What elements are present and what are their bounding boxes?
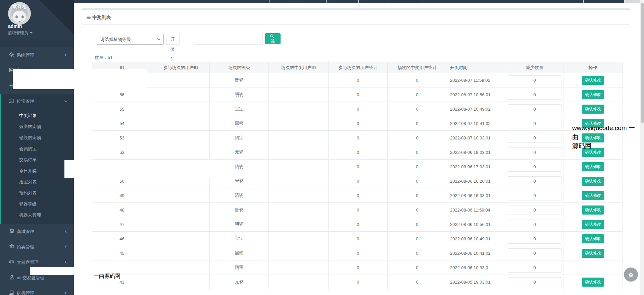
page-scrollbar[interactable] bbox=[640, 0, 644, 295]
confirm-edit-button[interactable]: 确认修改 bbox=[582, 162, 604, 171]
cell-draw-time: 2022-08-07 11:59:05 bbox=[447, 73, 506, 87]
confirm-edit-button[interactable]: 确认修改 bbox=[582, 191, 604, 200]
confirm-edit-button[interactable]: 确认修改 bbox=[582, 278, 604, 287]
cell-level: 元瓷 bbox=[210, 145, 269, 160]
sidebar-item-mall[interactable]: 商城管理 bbox=[0, 224, 74, 239]
confirm-edit-button[interactable]: 确认修改 bbox=[582, 90, 604, 99]
sidebar-subitem[interactable]: 会员的宝 bbox=[1, 143, 74, 154]
chevron-left-icon bbox=[64, 260, 68, 264]
plant-level-select[interactable]: 请选择植物等级 bbox=[97, 34, 164, 45]
cell-join-count: 0 bbox=[329, 260, 388, 275]
confirm-edit-button[interactable]: 确认修改 bbox=[582, 234, 604, 243]
decrease-qty-input[interactable] bbox=[508, 220, 561, 229]
decrease-qty-input[interactable] bbox=[508, 119, 561, 128]
decrease-qty-input[interactable] bbox=[508, 104, 561, 114]
sidebar-subitem[interactable]: 交易订单 bbox=[1, 154, 74, 165]
sidebar-expanded-section: 抢宝管理中奖记录裂变的宠物销毁的宠物会员的宝交易订单今日开奖抢宝列表预约列表瓷器… bbox=[0, 94, 74, 224]
sidebar-subitem[interactable]: 中奖记录 bbox=[1, 110, 74, 121]
confirm-edit-button[interactable]: 确认修改 bbox=[582, 105, 604, 114]
sidebar-subitem[interactable]: 销毁的宠物 bbox=[1, 132, 74, 143]
cell-draw-time: 2022-08-07 10:33:01 bbox=[447, 131, 506, 145]
cell-join-count: 0 bbox=[329, 188, 388, 203]
confirm-edit-button[interactable]: 确认修改 bbox=[582, 249, 604, 258]
user-icon bbox=[9, 275, 14, 280]
sidebar-subitem[interactable]: 裂变的宠物 bbox=[1, 121, 74, 132]
bank-icon bbox=[9, 244, 14, 249]
decrease-qty-input[interactable] bbox=[508, 205, 561, 215]
column-header: 参与场次的用户ID bbox=[152, 62, 210, 73]
decrease-qty-input[interactable] bbox=[508, 263, 561, 273]
sidebar-item-auction[interactable]: 拍卖管理 bbox=[0, 239, 74, 255]
cell-join-count: 0 bbox=[329, 174, 388, 188]
sidebar-subitem[interactable]: 预约列表 bbox=[1, 187, 74, 198]
cell-win-user-id bbox=[269, 217, 329, 232]
cell-id: 49 bbox=[92, 188, 152, 203]
decrease-qty-input[interactable] bbox=[508, 148, 561, 157]
cell-win-count: 0 bbox=[388, 217, 447, 232]
cell-draw-time: 2022-08-06 10:33:0 bbox=[447, 260, 506, 275]
decrease-qty-input[interactable] bbox=[508, 248, 561, 258]
decrease-qty-input[interactable] bbox=[508, 75, 561, 85]
profile-divider-band bbox=[0, 40, 74, 47]
scrollbar-thumb[interactable] bbox=[641, 3, 644, 123]
cell-join-user-id bbox=[152, 102, 210, 116]
cell-level: 宋瓷 bbox=[210, 174, 269, 188]
confirm-edit-button[interactable]: 确认修改 bbox=[582, 220, 604, 229]
user-role-dropdown[interactable]: 超级管理员 bbox=[8, 30, 33, 36]
back-to-top-home-button[interactable] bbox=[624, 268, 638, 282]
cell-win-user-id bbox=[269, 203, 329, 217]
cell-join-user-id bbox=[152, 203, 210, 217]
cell-level: 隋瓷 bbox=[210, 160, 269, 174]
cell-win-count: 0 bbox=[388, 102, 447, 116]
cell-join-count: 0 bbox=[329, 246, 388, 260]
cell-join-count: 0 bbox=[329, 160, 388, 174]
cell-win-user-id bbox=[269, 246, 329, 260]
cell-join-count: 0 bbox=[329, 73, 388, 87]
decrease-qty-input[interactable] bbox=[508, 234, 561, 244]
sidebar-subitem[interactable]: 瓷器等级 bbox=[1, 198, 74, 210]
confirm-edit-button[interactable]: 确认修改 bbox=[582, 177, 604, 186]
decrease-qty-input[interactable] bbox=[508, 133, 561, 143]
confirm-edit-button[interactable]: 确认修改 bbox=[582, 205, 604, 215]
browser-tab-strip[interactable] bbox=[0, 0, 644, 3]
draw-time-input[interactable] bbox=[194, 34, 263, 45]
cell-id: 47 bbox=[92, 217, 152, 232]
cell-draw-time: 2022-08-06 16:03:01 bbox=[447, 188, 506, 203]
table-row: 阿宝002022-08-06 10:33:0 bbox=[92, 260, 623, 275]
cell-level: 宝宝 bbox=[210, 232, 269, 246]
sidebar-subitem[interactable]: 今日开奖 bbox=[1, 165, 74, 176]
column-header-sort-link[interactable]: 开奖时间 bbox=[447, 62, 506, 73]
cell-draw-time: 2022-08-06 17:03:01 bbox=[447, 160, 506, 174]
cart-icon bbox=[9, 228, 14, 234]
sidebar-subitem[interactable]: 机器人管理 bbox=[1, 210, 74, 221]
tab-separator bbox=[583, 0, 584, 3]
filter-search-button[interactable]: 筛选 bbox=[265, 33, 281, 44]
decrease-qty-input[interactable] bbox=[508, 277, 561, 287]
avatar[interactable]: 求真相 bbox=[8, 2, 31, 25]
avatar-eye bbox=[15, 15, 18, 18]
sidebar-item-miner[interactable]: 矿机管理 bbox=[0, 286, 74, 295]
list-icon bbox=[86, 15, 91, 20]
decrease-qty-input[interactable] bbox=[508, 162, 561, 172]
sidebar-item-system[interactable]: 系统管理 bbox=[0, 48, 74, 63]
decrease-qty-input[interactable] bbox=[508, 191, 561, 200]
tab-separator bbox=[358, 0, 359, 3]
sidebar-item-label: 拍卖管理 bbox=[17, 244, 34, 249]
confirm-edit-button[interactable]: 确认修改 bbox=[582, 76, 604, 85]
cell-id: 54 bbox=[92, 116, 152, 131]
cell-level: 清瓷 bbox=[210, 188, 269, 203]
column-header: 操作 bbox=[563, 62, 623, 73]
decrease-qty-input[interactable] bbox=[508, 90, 561, 100]
sidebar: 求真相 admin 超级管理员 系统管理文件管理抢宝管理中奖记录裂变的宠物销毁的… bbox=[0, 0, 74, 295]
censor-box bbox=[13, 69, 147, 89]
sidebar-item-qiangbao[interactable]: 抢宝管理 bbox=[1, 94, 74, 109]
column-header: 场次的等级 bbox=[210, 62, 269, 73]
decrease-qty-input[interactable] bbox=[508, 176, 561, 186]
cell-action: 确认修改 bbox=[563, 174, 623, 188]
cell-win-count: 0 bbox=[388, 260, 447, 275]
sidebar-subitem[interactable]: 抢宝列表 bbox=[1, 176, 74, 187]
cell-win-user-id bbox=[269, 232, 329, 246]
cell-join-count: 0 bbox=[329, 203, 388, 217]
table-row: 46宝宝002022-08-06 10:49:01确认修改 bbox=[92, 232, 623, 246]
cell-join-user-id bbox=[152, 188, 210, 203]
